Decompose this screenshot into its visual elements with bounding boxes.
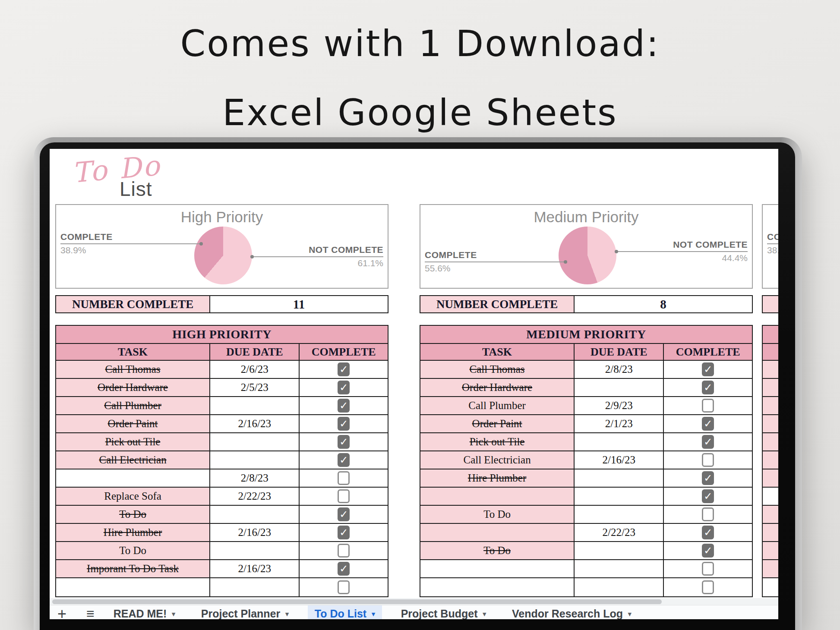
task-checkbox[interactable]: ✓ bbox=[338, 399, 350, 413]
sheet-tab[interactable]: READ ME! ▾ bbox=[107, 605, 182, 619]
due-date-cell[interactable]: 2/5/23 bbox=[210, 379, 300, 396]
task-checkbox[interactable]: ✓ bbox=[338, 507, 350, 521]
complete-cell[interactable]: ✓ bbox=[664, 524, 752, 541]
task-checkbox[interactable] bbox=[338, 580, 350, 594]
task-checkbox[interactable]: ✓ bbox=[702, 417, 714, 431]
due-date-cell[interactable] bbox=[210, 451, 300, 469]
task-cell[interactable] bbox=[56, 469, 210, 487]
task-cell[interactable]: Order Hardware bbox=[420, 379, 575, 396]
task-checkbox[interactable] bbox=[702, 562, 714, 576]
task-cell[interactable]: Pick out Tile bbox=[420, 433, 575, 450]
task-cell[interactable]: Call Plumber bbox=[420, 397, 575, 414]
complete-cell[interactable] bbox=[300, 542, 388, 559]
task-cell[interactable]: Call Electrician bbox=[56, 451, 210, 469]
task-cell[interactable]: Replace Sofa bbox=[56, 488, 210, 505]
task-cell[interactable]: Call Electrician bbox=[420, 451, 575, 469]
task-cell[interactable] bbox=[763, 433, 778, 450]
chevron-down-icon[interactable]: ▾ bbox=[372, 610, 375, 618]
task-checkbox[interactable] bbox=[702, 580, 714, 594]
complete-cell[interactable] bbox=[664, 397, 752, 414]
add-sheet-button[interactable]: + bbox=[57, 608, 66, 620]
task-cell[interactable]: To Do bbox=[420, 542, 575, 559]
complete-cell[interactable]: ✓ bbox=[664, 415, 752, 432]
due-date-cell[interactable] bbox=[575, 433, 664, 450]
due-date-cell[interactable] bbox=[210, 506, 300, 523]
task-cell[interactable] bbox=[763, 488, 778, 505]
complete-cell[interactable]: ✓ bbox=[300, 397, 388, 414]
task-checkbox[interactable]: ✓ bbox=[338, 381, 350, 394]
chevron-down-icon[interactable]: ▾ bbox=[483, 610, 486, 618]
due-date-cell[interactable]: 2/16/23 bbox=[575, 451, 664, 469]
task-cell[interactable] bbox=[763, 451, 778, 469]
complete-cell[interactable]: ✓ bbox=[300, 451, 388, 469]
complete-cell[interactable]: ✓ bbox=[664, 469, 752, 487]
chevron-down-icon[interactable]: ▾ bbox=[285, 610, 289, 618]
complete-cell[interactable] bbox=[664, 451, 752, 469]
complete-cell[interactable] bbox=[300, 469, 388, 487]
due-date-cell[interactable] bbox=[575, 488, 664, 505]
task-cell[interactable]: Hire Plumber bbox=[56, 524, 210, 541]
task-cell[interactable]: Order Paint bbox=[56, 415, 210, 432]
due-date-cell[interactable]: 2/8/23 bbox=[575, 361, 664, 378]
task-checkbox[interactable]: ✓ bbox=[702, 489, 714, 503]
complete-cell[interactable]: ✓ bbox=[300, 415, 388, 432]
task-checkbox[interactable]: ✓ bbox=[338, 417, 350, 431]
task-checkbox[interactable]: ✓ bbox=[338, 453, 350, 467]
task-cell[interactable]: To Do bbox=[420, 506, 575, 523]
task-cell[interactable] bbox=[763, 379, 778, 396]
task-checkbox[interactable]: ✓ bbox=[702, 362, 714, 376]
task-cell[interactable]: Hire Plumber bbox=[420, 469, 575, 487]
task-cell[interactable] bbox=[763, 560, 778, 577]
task-cell[interactable]: To Do bbox=[56, 506, 210, 523]
complete-cell[interactable]: ✓ bbox=[664, 488, 752, 505]
due-date-cell[interactable] bbox=[575, 379, 664, 396]
task-cell[interactable] bbox=[763, 506, 778, 523]
due-date-cell[interactable] bbox=[575, 542, 664, 559]
due-date-cell[interactable]: 2/22/23 bbox=[210, 488, 300, 505]
complete-cell[interactable] bbox=[300, 578, 388, 596]
number-complete-value-cell[interactable]: 11 bbox=[210, 296, 388, 312]
complete-cell[interactable]: ✓ bbox=[300, 433, 388, 450]
number-complete-value-cell[interactable]: 8 bbox=[575, 296, 752, 312]
task-cell[interactable] bbox=[763, 469, 778, 487]
due-date-cell[interactable]: 2/9/23 bbox=[575, 397, 664, 414]
due-date-cell[interactable] bbox=[210, 397, 300, 414]
task-checkbox[interactable] bbox=[702, 399, 714, 413]
task-checkbox[interactable] bbox=[338, 489, 350, 503]
complete-cell[interactable]: ✓ bbox=[664, 361, 752, 378]
task-cell[interactable] bbox=[420, 524, 575, 541]
sheet-tab[interactable]: Vendor Research Log ▾ bbox=[505, 605, 638, 619]
horizontal-scrollbar-thumb[interactable] bbox=[52, 599, 662, 604]
task-cell[interactable]: Call Thomas bbox=[420, 361, 575, 378]
complete-cell[interactable]: ✓ bbox=[664, 542, 752, 559]
task-checkbox[interactable]: ✓ bbox=[702, 435, 714, 449]
due-date-cell[interactable] bbox=[575, 560, 664, 577]
task-checkbox[interactable]: ✓ bbox=[338, 526, 350, 539]
chevron-down-icon[interactable]: ▾ bbox=[172, 610, 175, 618]
due-date-cell[interactable] bbox=[210, 578, 300, 596]
complete-cell[interactable]: ✓ bbox=[300, 379, 388, 396]
task-checkbox[interactable] bbox=[338, 471, 350, 485]
complete-cell[interactable]: ✓ bbox=[300, 506, 388, 523]
task-cell[interactable] bbox=[420, 560, 575, 577]
due-date-cell[interactable] bbox=[210, 433, 300, 450]
task-cell[interactable]: Order Paint bbox=[420, 415, 575, 432]
task-cell[interactable] bbox=[420, 578, 575, 596]
task-cell[interactable] bbox=[763, 415, 778, 432]
task-checkbox[interactable] bbox=[702, 507, 714, 521]
complete-cell[interactable]: ✓ bbox=[300, 560, 388, 577]
task-cell[interactable]: Call Plumber bbox=[56, 397, 210, 414]
sheet-tab[interactable]: Project Planner ▾ bbox=[194, 605, 296, 619]
sheet-tab[interactable]: Project Budget ▾ bbox=[394, 605, 493, 619]
all-sheets-menu-icon[interactable]: ≡ bbox=[86, 606, 95, 619]
chevron-down-icon[interactable]: ▾ bbox=[628, 610, 632, 618]
task-checkbox[interactable] bbox=[338, 544, 350, 558]
task-cell[interactable]: To Do bbox=[56, 542, 210, 559]
task-checkbox[interactable]: ✓ bbox=[702, 526, 714, 539]
due-date-cell[interactable] bbox=[210, 542, 300, 559]
complete-cell[interactable]: ✓ bbox=[664, 433, 752, 450]
task-cell[interactable]: Order Hardware bbox=[56, 379, 210, 396]
task-checkbox[interactable]: ✓ bbox=[338, 435, 350, 449]
complete-cell[interactable] bbox=[664, 578, 752, 596]
due-date-cell[interactable]: 2/16/23 bbox=[210, 560, 300, 577]
